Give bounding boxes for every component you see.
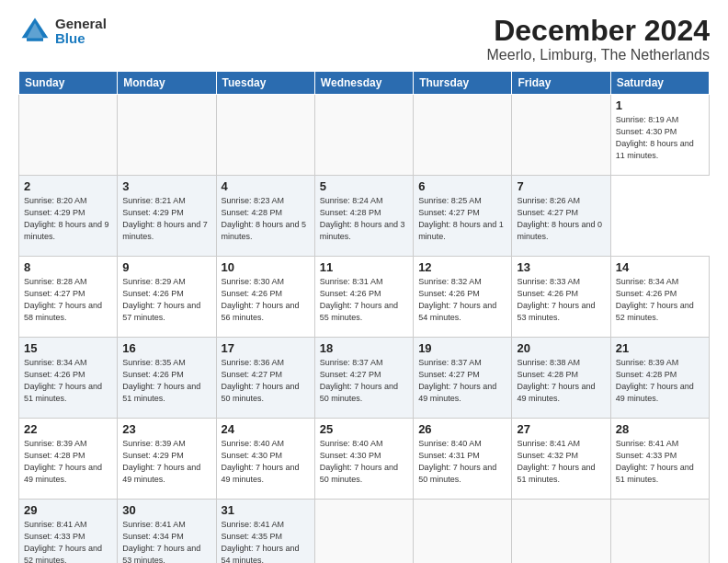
day-detail: Sunrise: 8:39 AMSunset: 4:29 PMDaylight:… <box>122 438 210 486</box>
day-detail: Sunrise: 8:41 AMSunset: 4:35 PMDaylight:… <box>222 519 310 563</box>
col-wednesday: Wednesday <box>314 72 413 95</box>
day-number: 7 <box>517 179 605 193</box>
day-number: 30 <box>122 503 210 517</box>
day-detail: Sunrise: 8:40 AMSunset: 4:30 PMDaylight:… <box>222 438 310 486</box>
table-row: 31Sunrise: 8:41 AMSunset: 4:35 PMDayligh… <box>216 500 314 563</box>
day-number: 29 <box>24 503 112 517</box>
table-row: 29Sunrise: 8:41 AMSunset: 4:33 PMDayligh… <box>19 500 118 563</box>
table-row: 1Sunrise: 8:19 AMSunset: 4:30 PMDaylight… <box>610 95 709 176</box>
table-row <box>610 500 709 563</box>
day-number: 31 <box>222 503 310 517</box>
day-number: 6 <box>418 179 506 193</box>
col-friday: Friday <box>512 72 610 95</box>
table-row <box>314 95 413 176</box>
day-number: 16 <box>122 341 210 355</box>
day-detail: Sunrise: 8:26 AMSunset: 4:27 PMDaylight:… <box>517 195 605 243</box>
day-number: 2 <box>24 179 112 193</box>
table-row: 12Sunrise: 8:32 AMSunset: 4:26 PMDayligh… <box>414 257 512 338</box>
table-row: 10Sunrise: 8:30 AMSunset: 4:26 PMDayligh… <box>216 257 314 338</box>
day-number: 3 <box>122 179 210 193</box>
day-number: 19 <box>418 341 506 355</box>
table-row <box>314 500 413 563</box>
title-block: December 2024 Meerlo, Limburg, The Nethe… <box>487 15 711 63</box>
table-row <box>118 95 216 176</box>
svg-rect-2 <box>27 38 43 41</box>
table-row: 19Sunrise: 8:37 AMSunset: 4:27 PMDayligh… <box>414 338 512 419</box>
table-row: 5Sunrise: 8:24 AMSunset: 4:28 PMDaylight… <box>314 176 413 257</box>
day-number: 9 <box>122 260 210 274</box>
table-row: 18Sunrise: 8:37 AMSunset: 4:27 PMDayligh… <box>314 338 413 419</box>
logo-text: General Blue <box>55 17 107 47</box>
day-number: 25 <box>320 422 408 436</box>
day-detail: Sunrise: 8:40 AMSunset: 4:31 PMDaylight:… <box>418 438 506 486</box>
col-saturday: Saturday <box>610 72 709 95</box>
day-number: 11 <box>320 260 408 274</box>
table-row: 17Sunrise: 8:36 AMSunset: 4:27 PMDayligh… <box>216 338 314 419</box>
table-row: 21Sunrise: 8:39 AMSunset: 4:28 PMDayligh… <box>610 338 709 419</box>
table-row: 30Sunrise: 8:41 AMSunset: 4:34 PMDayligh… <box>118 500 216 563</box>
day-number: 17 <box>222 341 310 355</box>
page: General Blue December 2024 Meerlo, Limbu… <box>0 0 728 563</box>
table-row: 20Sunrise: 8:38 AMSunset: 4:28 PMDayligh… <box>512 338 610 419</box>
table-row: 23Sunrise: 8:39 AMSunset: 4:29 PMDayligh… <box>118 419 216 500</box>
col-monday: Monday <box>118 72 216 95</box>
table-row: 25Sunrise: 8:40 AMSunset: 4:30 PMDayligh… <box>314 419 413 500</box>
logo-line1: General <box>55 17 107 32</box>
day-number: 18 <box>320 341 408 355</box>
table-row: 15Sunrise: 8:34 AMSunset: 4:26 PMDayligh… <box>19 338 118 419</box>
day-detail: Sunrise: 8:39 AMSunset: 4:28 PMDaylight:… <box>24 438 112 486</box>
table-row: 26Sunrise: 8:40 AMSunset: 4:31 PMDayligh… <box>414 419 512 500</box>
table-row <box>414 500 512 563</box>
logo: General Blue <box>18 15 107 48</box>
day-number: 8 <box>24 260 112 274</box>
day-detail: Sunrise: 8:41 AMSunset: 4:33 PMDaylight:… <box>24 519 112 563</box>
day-detail: Sunrise: 8:24 AMSunset: 4:28 PMDaylight:… <box>320 195 408 243</box>
table-row: 14Sunrise: 8:34 AMSunset: 4:26 PMDayligh… <box>610 257 709 338</box>
day-detail: Sunrise: 8:41 AMSunset: 4:33 PMDaylight:… <box>616 438 704 486</box>
table-row: 28Sunrise: 8:41 AMSunset: 4:33 PMDayligh… <box>610 419 709 500</box>
day-number: 24 <box>222 422 310 436</box>
table-row: 9Sunrise: 8:29 AMSunset: 4:26 PMDaylight… <box>118 257 216 338</box>
day-number: 23 <box>122 422 210 436</box>
table-row <box>414 95 512 176</box>
col-sunday: Sunday <box>19 72 118 95</box>
table-row: 24Sunrise: 8:40 AMSunset: 4:30 PMDayligh… <box>216 419 314 500</box>
day-detail: Sunrise: 8:23 AMSunset: 4:28 PMDaylight:… <box>222 195 310 243</box>
table-row: 2Sunrise: 8:20 AMSunset: 4:29 PMDaylight… <box>19 176 118 257</box>
day-detail: Sunrise: 8:31 AMSunset: 4:26 PMDaylight:… <box>320 276 408 324</box>
table-row: 11Sunrise: 8:31 AMSunset: 4:26 PMDayligh… <box>314 257 413 338</box>
table-row <box>19 95 118 176</box>
table-row: 16Sunrise: 8:35 AMSunset: 4:26 PMDayligh… <box>118 338 216 419</box>
logo-line2: Blue <box>55 31 107 47</box>
day-detail: Sunrise: 8:39 AMSunset: 4:28 PMDaylight:… <box>616 357 704 405</box>
day-detail: Sunrise: 8:34 AMSunset: 4:26 PMDaylight:… <box>24 357 112 405</box>
day-detail: Sunrise: 8:32 AMSunset: 4:26 PMDaylight:… <box>418 276 506 324</box>
table-row: 3Sunrise: 8:21 AMSunset: 4:29 PMDaylight… <box>118 176 216 257</box>
day-detail: Sunrise: 8:34 AMSunset: 4:26 PMDaylight:… <box>616 276 704 324</box>
calendar-subtitle: Meerlo, Limburg, The Netherlands <box>487 47 711 63</box>
table-row: 13Sunrise: 8:33 AMSunset: 4:26 PMDayligh… <box>512 257 610 338</box>
table-row <box>216 95 314 176</box>
day-number: 15 <box>24 341 112 355</box>
day-number: 21 <box>616 341 704 355</box>
day-detail: Sunrise: 8:36 AMSunset: 4:27 PMDaylight:… <box>222 357 310 405</box>
day-number: 20 <box>517 341 605 355</box>
day-detail: Sunrise: 8:28 AMSunset: 4:27 PMDaylight:… <box>24 276 112 324</box>
table-row: 7Sunrise: 8:26 AMSunset: 4:27 PMDaylight… <box>512 176 610 257</box>
day-detail: Sunrise: 8:19 AMSunset: 4:30 PMDaylight:… <box>616 114 704 162</box>
day-detail: Sunrise: 8:30 AMSunset: 4:26 PMDaylight:… <box>222 276 310 324</box>
col-tuesday: Tuesday <box>216 72 314 95</box>
day-number: 1 <box>616 98 704 112</box>
day-number: 22 <box>24 422 112 436</box>
day-detail: Sunrise: 8:20 AMSunset: 4:29 PMDaylight:… <box>24 195 112 243</box>
day-number: 14 <box>616 260 704 274</box>
day-number: 27 <box>517 422 605 436</box>
calendar-table: Sunday Monday Tuesday Wednesday Thursday… <box>18 71 710 563</box>
logo-icon <box>18 15 51 48</box>
day-detail: Sunrise: 8:38 AMSunset: 4:28 PMDaylight:… <box>517 357 605 405</box>
table-row: 27Sunrise: 8:41 AMSunset: 4:32 PMDayligh… <box>512 419 610 500</box>
header: General Blue December 2024 Meerlo, Limbu… <box>18 15 710 63</box>
day-number: 28 <box>616 422 704 436</box>
day-number: 5 <box>320 179 408 193</box>
table-row: 6Sunrise: 8:25 AMSunset: 4:27 PMDaylight… <box>414 176 512 257</box>
